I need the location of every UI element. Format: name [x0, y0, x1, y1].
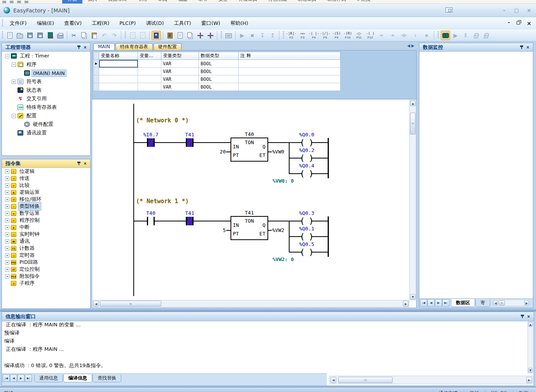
background-ribbon-tab-视图[interactable]: 视图: [173, 0, 193, 3]
instruction-item-移位/循环[interactable]: +↺移位/循环: [2, 196, 90, 203]
instruction-item-比较[interactable]: +>比较: [2, 182, 90, 189]
cell[interactable]: [239, 68, 340, 75]
ladder-tool-F3[interactable]: ▭▭F3: [297, 30, 308, 40]
close-icon[interactable]: ×: [525, 44, 531, 51]
next-tab-icon[interactable]: ▶: [17, 375, 24, 382]
cell[interactable]: VAR: [161, 83, 199, 91]
tree-expander[interactable]: +: [5, 225, 9, 230]
tree-item-sm-table[interactable]: SM特殊寄存器表: [2, 103, 90, 112]
monitor-hscrollbar[interactable]: ◀ ▶: [492, 300, 530, 306]
column-header[interactable]: 变量类型: [161, 52, 199, 60]
background-ribbon-tab-特色功能[interactable]: 特色功能: [263, 0, 292, 3]
instruction-item-数学运算[interactable]: +±数学运算: [2, 210, 90, 217]
instruction-item-程序控制[interactable]: +↵程序控制: [2, 217, 90, 224]
build-icon[interactable]: [45, 31, 55, 40]
paste-icon[interactable]: [89, 31, 99, 40]
tree-item-hardware[interactable]: 硬件配置: [2, 120, 90, 129]
tree-expander[interactable]: +: [5, 253, 9, 258]
tree-item-project[interactable]: −工程 : Timer: [2, 52, 90, 60]
tree-expander[interactable]: +: [5, 169, 9, 174]
cell[interactable]: VAR: [161, 68, 199, 75]
menu-编辑[interactable]: 编辑(E): [32, 17, 59, 29]
instruction-item-实时时钟[interactable]: +◷实时时钟: [2, 231, 90, 238]
last-tab-icon[interactable]: ▶|: [442, 299, 449, 307]
tree-expander[interactable]: +: [5, 197, 9, 202]
scroll-up-icon[interactable]: ▲: [410, 101, 416, 106]
column-header[interactable]: 变量...: [138, 52, 161, 60]
cell[interactable]: [138, 68, 161, 75]
menu-文件[interactable]: 文件(F): [5, 17, 32, 29]
toolbar-grip[interactable]: [221, 31, 222, 39]
background-ribbon-tab-开发工具[interactable]: 开发工具: [233, 0, 263, 3]
mdi-minimize-button[interactable]: –: [508, 20, 510, 26]
cell[interactable]: BOOL: [199, 60, 239, 68]
first-tab-icon[interactable]: |◀: [3, 375, 10, 382]
tree-expander[interactable]: −: [12, 63, 16, 67]
scroll-right-icon[interactable]: ▶: [526, 377, 532, 383]
instruction-item-逻辑运算[interactable]: +&逻辑运算: [2, 189, 90, 196]
tab-scroll-right-icon[interactable]: ▶: [411, 44, 414, 48]
pin-icon[interactable]: [76, 160, 82, 167]
ladder-tool-F11[interactable]: -□-F11: [354, 30, 364, 40]
row-selector[interactable]: [94, 83, 99, 91]
scroll-down-icon[interactable]: ▼: [528, 368, 533, 373]
instruction-item-附加指令[interactable]: +PLS附加指令: [2, 273, 90, 280]
cell[interactable]: [138, 75, 161, 83]
instruction-item-定位控制[interactable]: +LT定位控制: [2, 266, 90, 273]
tree-expander[interactable]: −: [12, 114, 16, 118]
ladder-tool-F10[interactable]: -(R)F10: [342, 30, 353, 40]
background-ribbon-tab-开始[interactable]: 开始: [62, 0, 82, 3]
output-tab-查找替换[interactable]: 查找替换: [93, 375, 121, 382]
background-ribbon-tab-审阅[interactable]: 审阅: [152, 0, 173, 3]
menu-帮助[interactable]: 帮助(H): [225, 17, 253, 29]
toolbar-grip[interactable]: [125, 31, 126, 39]
tree-item-status-table[interactable]: 状态表: [2, 86, 90, 94]
cell[interactable]: [138, 60, 161, 68]
tab-scroll-left-icon[interactable]: ◀: [407, 44, 410, 48]
tree-expander[interactable]: +: [5, 190, 9, 195]
scroll-up-icon[interactable]: ▲: [528, 322, 533, 327]
pin-icon[interactable]: [519, 314, 526, 320]
tree-expander[interactable]: +: [5, 239, 9, 244]
menu-工程[interactable]: 工程(R): [87, 17, 114, 29]
cell[interactable]: BOOL: [199, 83, 239, 91]
output-tab-编译信息[interactable]: 编译信息: [63, 375, 92, 382]
timer-block[interactable]: TONINQPTET: [230, 216, 268, 240]
hscroll-thumb[interactable]: [338, 377, 393, 383]
cell[interactable]: [99, 83, 138, 91]
ladder-tool-F4[interactable]: -| |-F4: [309, 30, 319, 40]
next-tab-icon[interactable]: ▶: [435, 299, 442, 307]
mdi-close-button[interactable]: ×: [527, 20, 531, 26]
view-code-icon[interactable]: [175, 31, 185, 40]
output-vscrollbar[interactable]: ▲ ▼: [527, 321, 533, 373]
instruction-item-PID回路[interactable]: +PIDPID回路: [2, 259, 90, 266]
cell[interactable]: BOOL: [199, 68, 239, 75]
cell[interactable]: [239, 75, 340, 83]
open-file-icon[interactable]: [15, 31, 24, 40]
editor-tab-硬件配置[interactable]: 硬件配置: [154, 43, 182, 50]
tree-item-config[interactable]: −配置: [2, 112, 90, 120]
copy-page-icon[interactable]: [185, 31, 195, 40]
tree-expander[interactable]: +: [12, 80, 16, 84]
instruction-item-类型转换[interactable]: +✓类型转换: [2, 203, 90, 210]
tree-expander[interactable]: +: [5, 204, 9, 209]
background-ribbon-tab-安全[interactable]: 安全: [213, 0, 233, 3]
column-header[interactable]: 变量名称: [99, 52, 138, 60]
scroll-left-icon[interactable]: ◀: [330, 377, 336, 383]
new-file-icon[interactable]: [5, 31, 14, 40]
instruction-item-传送[interactable]: +↗传送: [2, 175, 90, 182]
tree-expander[interactable]: +: [5, 274, 9, 279]
tree-expander[interactable]: +: [5, 267, 9, 272]
cell[interactable]: [99, 60, 138, 68]
ladder-tool-F12[interactable]: -( )F12: [365, 30, 375, 40]
tree-item-comm[interactable]: 通讯设置: [2, 129, 90, 137]
close-icon[interactable]: ×: [82, 160, 88, 167]
tree-expander[interactable]: −: [5, 54, 9, 58]
mdi-restore-button[interactable]: [517, 21, 520, 24]
instruction-item-通讯[interactable]: +☎通讯: [2, 238, 90, 245]
tree-item-program-block[interactable]: (MAIN) MAIN: [2, 69, 90, 77]
editor-tab-MAIN[interactable]: MAIN: [93, 43, 115, 50]
instruction-item-计数器[interactable]: +T1计数器: [2, 245, 90, 252]
cut-icon[interactable]: ✂: [69, 31, 79, 40]
cell[interactable]: BOOL: [199, 75, 239, 83]
